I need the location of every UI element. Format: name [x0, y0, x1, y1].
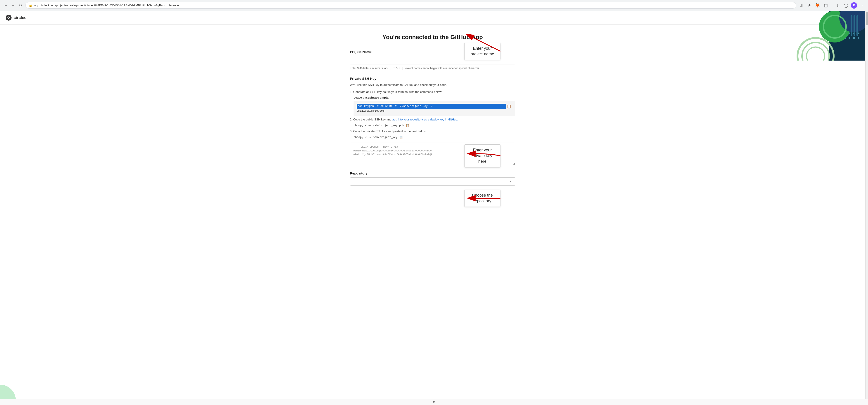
svg-point-19 [853, 37, 855, 39]
annotation-project-name-text: Enter yourproject name [471, 46, 494, 56]
star-icon[interactable]: ★ [806, 2, 813, 8]
repository-dropdown[interactable]: ▼ [350, 178, 515, 186]
svg-point-23 [798, 38, 834, 61]
annotation-project-name-arrow [500, 44, 528, 58]
page-wrapper: circleci You're connected to the GitHub … [0, 11, 868, 405]
step2-cmd: pbcopy < ~/.ssh/project_key.pub [353, 124, 404, 127]
menu-icon[interactable]: ⋮ [859, 2, 865, 8]
profile-icon[interactable]: E [851, 2, 857, 8]
project-name-helper: Enter 3-40 letters, numbers, or - _ . : … [350, 66, 515, 70]
step1-label: 1. Generate an SSH key pair in your term… [350, 90, 442, 94]
circleci-logo-icon [5, 14, 12, 21]
annotation-repository-arrow [500, 191, 528, 205]
nav-buttons: ← → ↻ [3, 2, 24, 8]
bottom-bar-text: tr [433, 401, 435, 404]
svg-point-36 [0, 385, 16, 401]
scrollbar[interactable] [865, 11, 868, 405]
svg-point-18 [848, 37, 850, 39]
step2-cmd-wrapper: pbcopy < ~/.ssh/project_key.pub 📋 [353, 123, 515, 127]
address-bar[interactable]: 🔒 [25, 2, 796, 8]
ssh-keygen-code-block: ssh-keygen -t ed25519 -f ~/.ssh/project_… [353, 101, 515, 116]
decorative-graphic [793, 11, 865, 61]
code-lines: ssh-keygen -t ed25519 -f ~/.ssh/project_… [357, 104, 506, 113]
fox-icon[interactable]: 🦊 [814, 2, 821, 8]
form-container: You're connected to the GitHub App Proje… [344, 25, 521, 195]
annotation-private-key-box: Enter yourprivate keyhere [464, 145, 500, 167]
svg-point-24 [802, 42, 829, 61]
divider [832, 3, 832, 8]
page-title: You're connected to the GitHub App [350, 34, 515, 41]
phone-icon[interactable]: ◯ [843, 2, 849, 8]
copy-privkey-button[interactable]: 📋 [399, 135, 403, 139]
repository-label: Repository [350, 171, 515, 175]
main-content: circleci You're connected to the GitHub … [0, 11, 865, 405]
leave-passphrase-label: Leave passphrase empty. [353, 96, 515, 99]
page-header: circleci [0, 11, 865, 25]
code-highlighted: ssh-keygen -t ed25519 -f ~/.ssh/project_… [357, 104, 506, 109]
bottom-left-graphic [0, 382, 18, 401]
step3-label: 3. Copy the private SSH key and paste it… [350, 129, 426, 133]
annotation-private-key-arrow [500, 149, 528, 163]
svg-rect-27 [850, 15, 852, 36]
logo[interactable]: circleci [5, 14, 28, 21]
step3-cmd: pbcopy < ~/.ssh/project_key [353, 136, 397, 139]
step3: 3. Copy the private SSH key and paste it… [350, 129, 515, 133]
svg-rect-28 [854, 15, 855, 36]
extensions-icon[interactable]: ◫ [823, 2, 829, 8]
annotation-private-key-text: Enter yourprivate keyhere [472, 148, 492, 164]
deploy-key-link[interactable]: add it to your repository as a deploy ke… [392, 118, 458, 121]
annotation-project-name-box: Enter yourproject name [464, 43, 500, 60]
eye-slash-icon[interactable]: 👁̸ [798, 2, 804, 8]
svg-point-32 [8, 17, 9, 18]
annotation-project-name-wrapper: Enter yourproject name [464, 43, 528, 60]
back-button[interactable]: ← [3, 2, 9, 8]
svg-point-20 [858, 37, 860, 39]
repository-section: Repository ▼ [350, 171, 515, 186]
forward-button[interactable]: → [10, 2, 16, 8]
svg-rect-29 [857, 15, 858, 36]
copy-pubkey-button[interactable]: 📋 [406, 124, 409, 127]
annotation-private-key-wrapper: Enter yourprivate keyhere [464, 145, 528, 167]
step2-label: 2. Copy the public SSH key and [350, 118, 392, 121]
secure-icon: 🔒 [29, 4, 32, 7]
copy-keygen-button[interactable]: 📋 [506, 104, 512, 109]
chevron-down-icon: ▼ [509, 180, 512, 183]
step2: 2. Copy the public SSH key and add it to… [350, 118, 515, 121]
ssh-section-label: Private SSH Key [350, 76, 515, 81]
ssh-description: We'll use this SSH key to authenticate t… [350, 83, 515, 88]
browser-actions: 👁̸ ★ 🦊 ◫ ⇩ ◯ E ⋮ [798, 2, 865, 8]
logo-text: circleci [13, 15, 28, 20]
step1: 1. Generate an SSH key pair in your term… [350, 90, 515, 94]
url-input[interactable] [34, 4, 793, 7]
bottom-bar: tr [0, 399, 868, 405]
browser-chrome: ← → ↻ 🔒 👁̸ ★ 🦊 ◫ ⇩ ◯ E ⋮ [0, 0, 868, 11]
code-email: email@example.com [357, 109, 506, 113]
step3-cmd-wrapper: pbcopy < ~/.ssh/project_key 📋 [353, 135, 515, 139]
reload-button[interactable]: ↻ [17, 2, 24, 8]
download-icon[interactable]: ⇩ [835, 2, 841, 8]
annotation-repository-wrapper: Choose therepository [464, 190, 528, 207]
step1-details: Leave passphrase empty. ssh-keygen -t ed… [353, 96, 515, 116]
svg-point-25 [807, 47, 825, 61]
scrollbar-thumb[interactable] [866, 12, 868, 25]
